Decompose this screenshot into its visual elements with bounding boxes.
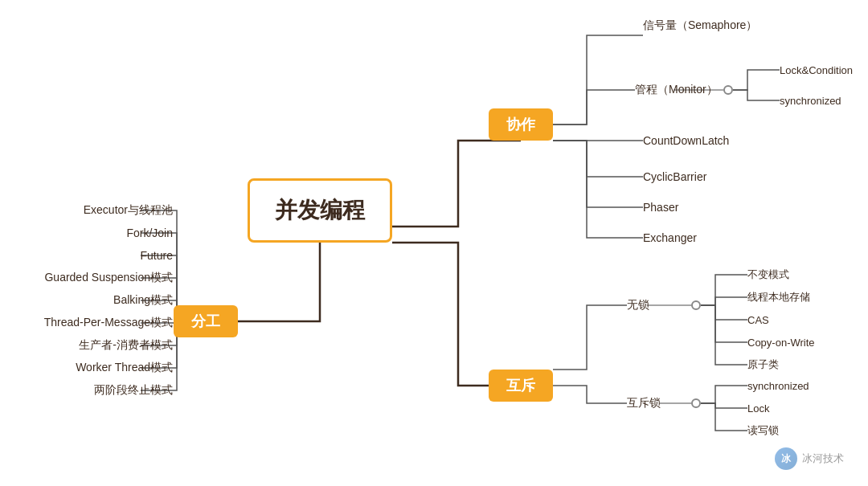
- div-item-worker: Worker Thread模式: [0, 358, 177, 378]
- connection-lines: [0, 0, 868, 486]
- wusu-sub-cow: Copy-on-Write: [747, 333, 815, 351]
- div-item-twophase: 两阶段终止模式: [0, 381, 177, 400]
- monitor-circle: [723, 85, 733, 95]
- watermark-icon: 冰: [775, 447, 797, 470]
- branch-cooperation: 协作: [489, 108, 553, 141]
- branch-cooperation-label: 协作: [506, 115, 535, 134]
- div-item-balking: Balking模式: [0, 291, 177, 310]
- branch-division: 分工: [174, 305, 238, 337]
- branch-mutex-label: 互斥: [506, 376, 535, 395]
- div-item-guarded: Guarded Suspension模式: [0, 268, 177, 288]
- monitor-sub-sync: synchronized: [780, 92, 841, 109]
- watermark-text: 冰河技术: [802, 451, 844, 466]
- wusu-sub-immutable: 不变模式: [747, 266, 789, 284]
- wusu-sub-cas: CAS: [747, 311, 769, 329]
- mutex-sub-lock: Lock: [747, 399, 769, 417]
- mutex-sub-rwlock: 读写锁: [747, 422, 779, 439]
- coop-item-exchanger: Exchanger: [643, 228, 697, 247]
- div-item-executor: Executor与线程池: [0, 201, 177, 220]
- mutex-sub-sync: synchronized: [747, 377, 809, 394]
- center-label: 并发编程: [275, 195, 365, 226]
- wusu-sub-atomic: 原子类: [747, 356, 779, 374]
- wusu-sub-threadlocal: 线程本地存储: [747, 288, 810, 306]
- wusu-circle: [691, 300, 701, 310]
- branch-mutex: 互斥: [489, 370, 553, 402]
- coop-item-monitor: 管程（Monitor）: [635, 80, 718, 100]
- coop-item-cyclic: CyclicBarrier: [643, 167, 706, 186]
- mutex-lock-circle: [691, 398, 701, 408]
- monitor-sub-lock: Lock&Condition: [780, 61, 853, 79]
- div-item-future: Future: [0, 246, 177, 265]
- div-item-thread-per-msg: Thread-Per-Message模式: [0, 313, 177, 333]
- coop-item-countdown: CountDownLatch: [643, 131, 729, 150]
- mutex-item-wusu: 无锁: [627, 296, 649, 315]
- div-item-forkjoin: Fork/Join: [0, 223, 177, 243]
- coop-item-phaser: Phaser: [643, 198, 678, 217]
- div-item-producer: 生产者-消费者模式: [0, 336, 177, 355]
- center-node: 并发编程: [248, 178, 392, 243]
- branch-division-label: 分工: [191, 312, 220, 331]
- mutex-item-lock: 互斥锁: [627, 394, 661, 413]
- watermark: 冰 冰河技术: [775, 447, 844, 470]
- mind-map: 并发编程 协作 分工 互斥 信号量（Semaphore） 管程（Monitor）…: [0, 0, 868, 486]
- coop-item-semaphore: 信号量（Semaphore）: [643, 16, 757, 35]
